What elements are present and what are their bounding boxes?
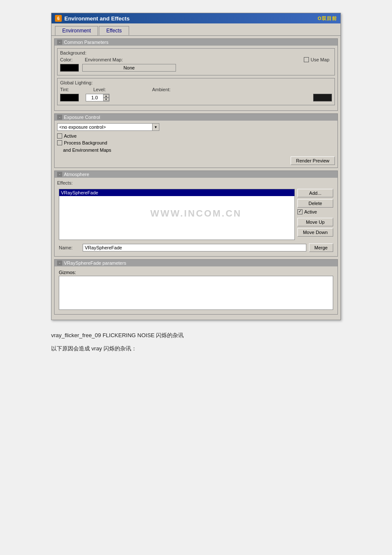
- use-map-checkbox[interactable]: [304, 57, 309, 62]
- atmosphere-section: - Atmosphere WWW.INCOM.CN Effects: VRayS…: [54, 171, 338, 257]
- lighting-controls-row: ▲ ▼: [60, 94, 332, 101]
- effects-listbox[interactable]: VRaySphereFade: [59, 189, 295, 240]
- title-bar-left: 6 Environment and Effects: [55, 15, 130, 22]
- dialog-window: 6 Environment and Effects O双目前 Environme…: [51, 13, 341, 320]
- atmosphere-label: Atmosphere: [64, 172, 89, 177]
- exposure-dropdown[interactable]: <no exposure control> ▼: [57, 123, 159, 131]
- exposure-dropdown-row: <no exposure control> ▼: [57, 123, 335, 131]
- exposure-control-label: Exposure Control: [64, 115, 100, 120]
- process-bg-checkbox-row: Process Background: [57, 140, 335, 145]
- move-up-button[interactable]: Move Up: [297, 218, 333, 226]
- gizmos-area: [59, 276, 333, 310]
- background-color-row: Color: Environment Map: Use Map: [60, 57, 332, 62]
- exposure-control-body: <no exposure control> ▼ Active Process B…: [55, 121, 337, 168]
- collapse-btn[interactable]: -: [57, 40, 62, 45]
- gizmos-label: Gizmos:: [57, 269, 335, 276]
- dialog-icon: 6: [55, 15, 62, 22]
- common-parameters-label: Common Parameters: [64, 40, 109, 45]
- level-input[interactable]: [86, 94, 103, 101]
- atmosphere-body: Effects: VRaySphereFade Add... Delete: [55, 178, 337, 256]
- tab-environment[interactable]: Environment: [55, 26, 98, 35]
- global-lighting-group: Global Lighting: Tint: Level: Ambient:: [57, 78, 335, 105]
- effects-buttons: Add... Delete Active Move Up Move Down: [297, 189, 333, 240]
- exposure-control-section: - Exposure Control <no exposure control>…: [54, 113, 338, 168]
- level-up-arrow[interactable]: ▲: [103, 94, 109, 98]
- vray-params-body: Gizmos:: [55, 266, 337, 314]
- exposure-control-header: - Exposure Control: [55, 114, 337, 121]
- use-map-row: Use Map: [304, 57, 332, 62]
- atmosphere-header: - Atmosphere: [55, 171, 337, 178]
- and-env-maps-row: and Environment Maps: [57, 147, 335, 153]
- name-input[interactable]: [83, 244, 306, 251]
- exposure-dropdown-text: <no exposure control>: [58, 124, 152, 130]
- tab-bar: Environment Effects: [52, 23, 340, 36]
- effects-area: VRaySphereFade Add... Delete Active Move…: [57, 187, 335, 242]
- atmosphere-active-row: Active: [297, 209, 333, 214]
- active-checkbox[interactable]: [57, 133, 62, 139]
- render-preview-button[interactable]: Render Preview: [291, 156, 335, 165]
- process-bg-checkbox[interactable]: [57, 140, 62, 145]
- name-label: Name:: [59, 245, 80, 250]
- active-checkbox-row: Active: [57, 133, 335, 139]
- background-label: Background:: [60, 50, 332, 55]
- tint-color-swatch[interactable]: [60, 94, 79, 101]
- exposure-dropdown-arrow[interactable]: ▼: [152, 124, 159, 130]
- process-bg-label: Process Background: [64, 140, 107, 145]
- env-map-label: Environment Map:: [85, 57, 123, 62]
- title-bar: 6 Environment and Effects O双目前: [52, 13, 340, 23]
- ambient-color-swatch[interactable]: [313, 94, 332, 101]
- vray-params-section: - VRaySphereFade parameters Gizmos:: [54, 259, 338, 315]
- body-line1: vray_flicker_free_09 FLICKERING NOISE 闪烁…: [51, 330, 341, 340]
- background-controls-row: None: [60, 64, 332, 72]
- vray-params-header: - VRaySphereFade parameters: [55, 260, 337, 266]
- level-spinner: ▲ ▼: [86, 94, 110, 101]
- lighting-labels-row: Tint: Level: Ambient:: [60, 87, 332, 92]
- add-button[interactable]: Add...: [297, 189, 333, 197]
- common-parameters-body: Background: Color: Environment Map: Use …: [55, 46, 337, 110]
- level-arrows: ▲ ▼: [103, 94, 109, 101]
- effects-list: VRaySphereFade: [59, 189, 295, 240]
- atmosphere-collapse-btn[interactable]: -: [57, 172, 62, 177]
- delete-button[interactable]: Delete: [297, 199, 333, 208]
- content-area: - Common Parameters Background: Color: E…: [52, 36, 340, 320]
- level-label: Level:: [93, 87, 115, 92]
- effects-list-item[interactable]: VRaySphereFade: [59, 189, 294, 196]
- global-lighting-label: Global Lighting:: [60, 80, 332, 85]
- atmosphere-active-label: Active: [304, 209, 317, 214]
- vray-params-label: VRaySphereFade parameters: [64, 260, 126, 266]
- move-down-button[interactable]: Move Down: [297, 228, 333, 237]
- active-label: Active: [64, 133, 77, 139]
- color-label: Color:: [60, 57, 81, 62]
- dialog-title: Environment and Effects: [64, 15, 130, 22]
- atmosphere-active-checkbox[interactable]: [297, 209, 303, 214]
- name-row: Name: Merge: [57, 242, 335, 254]
- background-color-swatch[interactable]: [60, 64, 79, 72]
- background-group: Background: Color: Environment Map: Use …: [57, 48, 335, 75]
- effects-label: Effects:: [57, 180, 335, 185]
- merge-button[interactable]: Merge: [309, 243, 333, 252]
- common-parameters-header: - Common Parameters: [55, 39, 337, 46]
- tab-effects[interactable]: Effects: [99, 26, 129, 35]
- env-map-button[interactable]: None: [82, 64, 176, 72]
- ambient-label: Ambient:: [152, 87, 173, 92]
- exposure-collapse-btn[interactable]: -: [57, 115, 62, 120]
- use-map-label: Use Map: [311, 57, 332, 62]
- title-logo: O双目前: [317, 15, 337, 22]
- render-preview-row: Render Preview: [57, 156, 335, 165]
- common-parameters-section: - Common Parameters Background: Color: E…: [54, 38, 338, 111]
- tint-label: Tint:: [60, 87, 81, 92]
- body-line2: 以下原因会造成 vray 闪烁的杂讯：: [51, 344, 341, 353]
- and-env-maps-label: and Environment Maps: [63, 147, 111, 153]
- level-down-arrow[interactable]: ▼: [103, 98, 109, 101]
- body-text: vray_flicker_free_09 FLICKERING NOISE 闪烁…: [51, 330, 341, 354]
- vray-params-collapse-btn[interactable]: -: [57, 260, 62, 266]
